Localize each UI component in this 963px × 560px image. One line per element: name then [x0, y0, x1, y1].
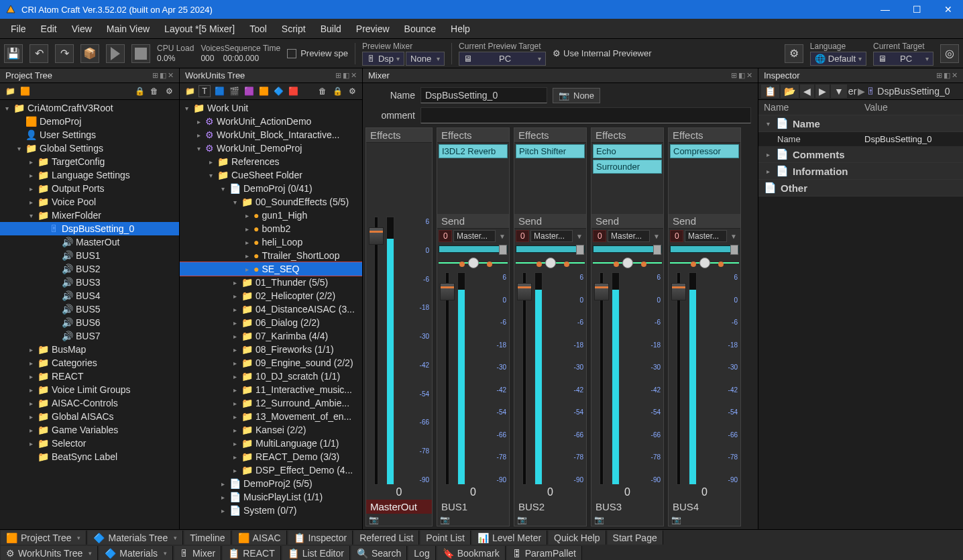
globe-button[interactable]: ◎ [940, 44, 959, 63]
strip-snapshot-icon[interactable]: 📷 [437, 514, 509, 526]
save-button[interactable]: 💾 [4, 44, 23, 63]
project-tree-body[interactable]: ▾📁 CriAtomCraftV3Root🟧 DemoProj👤 User Se… [0, 100, 179, 529]
trash-icon[interactable]: 🗑 [317, 85, 329, 97]
tree-item[interactable]: 👤 User Settings [0, 128, 179, 142]
tree-item[interactable]: ▸📁 10_DJ_scratch (1/1) [180, 370, 362, 383]
wu-icon-4[interactable]: 🟪 [243, 85, 255, 97]
insp-crumb[interactable]: DspBusSetting_0 [877, 86, 950, 97]
minimize-button[interactable]: — [875, 1, 895, 17]
tree-item[interactable]: ▸📁 BusMap [0, 343, 179, 356]
tree-item[interactable]: 🟧 DemoProj [0, 115, 179, 128]
current-target-select[interactable]: 🖥PC [873, 52, 933, 66]
send-value[interactable]: 0 [516, 230, 529, 242]
tree-item[interactable]: ▸📁 Output Ports [0, 182, 179, 195]
tree-nav-icon[interactable]: 📁 [4, 85, 16, 97]
tree-item[interactable]: ▸📁 01_Thunder (5/5) [180, 276, 362, 289]
tree-item[interactable]: ▸📁 09_Engine_sound (2/2) [180, 356, 362, 370]
send-slider[interactable] [516, 245, 585, 253]
current-preview-select[interactable]: 🖥PC [459, 52, 546, 66]
tree-item[interactable]: ▸● Ttrailer_ShortLoop [180, 249, 362, 262]
tree-item[interactable]: ▸📁 Selector [0, 437, 179, 450]
use-internal-label[interactable]: Use Internal Previewer [563, 48, 652, 58]
tree-item[interactable]: 🔊 BUS7 [0, 329, 179, 343]
tree-item[interactable]: ▸📁 Global AISACs [0, 410, 179, 423]
inspector-category[interactable]: 📄 Other [758, 180, 963, 197]
panel-close-icon[interactable]: ✕ [168, 71, 174, 80]
tree-item[interactable]: 🔊 BUS2 [0, 262, 179, 276]
redo-button[interactable]: ↷ [55, 44, 74, 63]
tree-item[interactable]: 🔊 MasterOut [0, 235, 179, 249]
menu-build[interactable]: Build [314, 21, 348, 37]
strip-name[interactable]: BUS2 [514, 500, 586, 514]
tree-item[interactable]: ▸📁 12_Surround_Ambie... [180, 396, 362, 410]
inspector-category[interactable]: ▸📄 Information [758, 163, 963, 180]
tree-item[interactable]: 🔊 BUS3 [0, 276, 179, 289]
panel-pop-icon[interactable]: ◧ [160, 71, 166, 80]
tree-item[interactable]: ▸⚙ WorkUnit_Block_Intaractive... [180, 128, 362, 142]
panel-close-icon[interactable]: ✕ [351, 71, 357, 80]
tree-item[interactable]: ▸📁 02_Helicopter (2/2) [180, 289, 362, 302]
wu-icon-2[interactable]: 🟦 [213, 85, 225, 97]
effect-chip[interactable]: Compressor [670, 144, 739, 158]
tree-item[interactable]: ▸⚙ WorkUnit_ActionDemo [180, 115, 362, 128]
bottom-tab-workunits-tree[interactable]: ⚙WorkUnits Tree▾ [1, 546, 98, 560]
preview-mixer-none-select[interactable]: None [406, 52, 445, 66]
bottom-tab-inspector[interactable]: 📋Inspector [288, 530, 353, 545]
tree-item[interactable]: ▸📄 System (0/7) [180, 504, 362, 517]
menu-preview[interactable]: Preview [349, 21, 396, 37]
trash-icon[interactable]: 🗑 [148, 85, 160, 97]
pan-knob[interactable] [670, 258, 739, 268]
tree-item[interactable]: ▸📁 REACT_Demo (3/3) [180, 450, 362, 463]
tree-item[interactable]: ▸📁 06_Dialog (2/2) [180, 316, 362, 329]
workunits-tree-body[interactable]: ▾📁 Work Unit▸⚙ WorkUnit_ActionDemo▸⚙ Wor… [180, 100, 362, 529]
gear-icon[interactable]: ⚙ [163, 85, 175, 97]
bottom-tab-timeline[interactable]: Timeline [184, 530, 231, 545]
strip-snapshot-icon[interactable]: 📷 [669, 514, 740, 526]
inspector-category[interactable]: ▸📄 Comments [758, 146, 963, 163]
box-button[interactable]: 📦 [80, 44, 99, 63]
tree-item[interactable]: 🔊 BUS5 [0, 302, 179, 316]
tree-item[interactable]: ▾📁 Global Settings [0, 142, 179, 155]
menu-script[interactable]: Script [275, 21, 313, 37]
panel-pop-icon[interactable]: ◧ [738, 71, 745, 80]
bottom-tab-mixer[interactable]: 🎚Mixer [174, 546, 221, 560]
tree-item[interactable]: ▸📁 AISAC-Controls [0, 396, 179, 410]
undo-button[interactable]: ↶ [30, 44, 48, 63]
tree-item[interactable]: 🔊 BUS1 [0, 249, 179, 262]
tree-root[interactable]: ▾📁 Work Unit [180, 101, 362, 115]
mixer-comment-input[interactable] [420, 107, 751, 123]
fader[interactable] [516, 272, 533, 485]
panel-pin-icon[interactable]: ⊞ [335, 71, 341, 80]
tree-item[interactable]: ▸📁 MultiLanguage (1/1) [180, 437, 362, 450]
preview-spe-checkbox[interactable] [287, 49, 296, 58]
tree-item[interactable]: ▸📄 DemoProj2 (5/5) [180, 477, 362, 490]
send-target[interactable]: Master... [453, 230, 496, 242]
bottom-tab-level-meter[interactable]: 📊Level Meter [472, 530, 547, 545]
mixer-name-input[interactable] [420, 87, 547, 103]
stop-button[interactable] [131, 44, 150, 63]
panel-close-icon[interactable]: ✕ [746, 71, 752, 80]
effect-chip[interactable]: Echo [593, 144, 662, 158]
tree-item[interactable]: 🎚 DspBusSetting_0 [0, 222, 179, 235]
send-dropdown[interactable]: ▼ [497, 233, 508, 240]
bottom-tab-bookmark[interactable]: 🔖Bookmark [437, 546, 506, 560]
send-value[interactable]: 0 [593, 230, 606, 242]
bottom-tab-point-list[interactable]: Point List [420, 530, 471, 545]
tree-filter-icon[interactable]: 🟧 [19, 85, 31, 97]
bottom-tab-aisac[interactable]: 🟧AISAC [233, 530, 287, 545]
insp-back-button[interactable]: ◀ [800, 85, 814, 98]
send-slider[interactable] [593, 245, 662, 253]
menu-file[interactable]: File [4, 21, 33, 37]
send-target[interactable]: Master... [685, 230, 727, 242]
tree-item[interactable]: ▸📁 11_Interactive_music... [180, 383, 362, 396]
send-slider[interactable] [670, 245, 739, 253]
tree-item[interactable]: ▸📁 TargetConfig [0, 155, 179, 168]
bottom-tab-react[interactable]: 📋REACT [223, 546, 280, 560]
panel-pin-icon[interactable]: ⊞ [152, 71, 158, 80]
tree-item[interactable]: 📁 BeatSync Label [0, 450, 179, 463]
tree-item[interactable]: ▾📁 CueSheet Folder [180, 168, 362, 182]
language-select[interactable]: 🌐Default [810, 52, 866, 66]
tree-item[interactable]: ▸● gun1_High [180, 209, 362, 222]
effect-chip[interactable]: Surrounder [593, 160, 662, 174]
tree-item[interactable]: ▾📄 DemoProj (0/41) [180, 182, 362, 195]
